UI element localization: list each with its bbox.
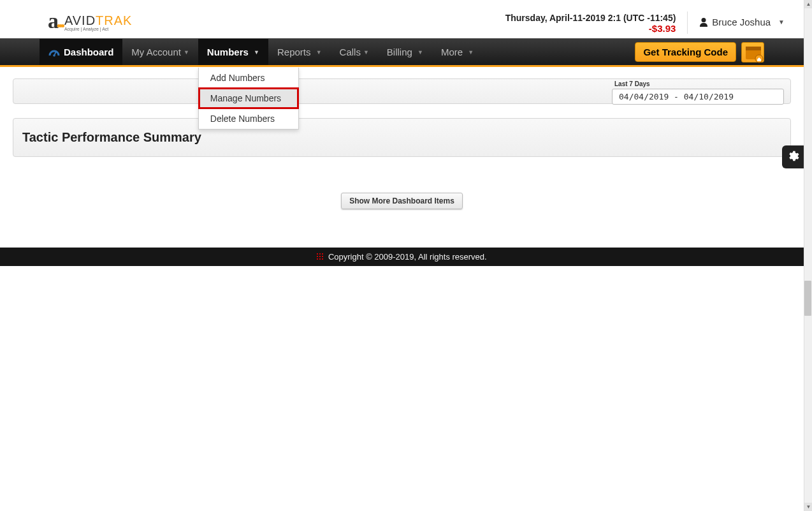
nav-reports-label: Reports <box>277 47 311 57</box>
caret-down-icon: ▼ <box>184 49 189 56</box>
nav-billing[interactable]: Billing ▼ <box>378 39 432 65</box>
header-datetime-balance: Thursday, April-11-2019 2:1 (UTC -11:45)… <box>505 11 688 34</box>
nav-calls[interactable]: Calls▼ <box>331 39 378 65</box>
logo-dots-icon: ••• <box>57 20 63 33</box>
svg-rect-12 <box>317 258 318 260</box>
user-menu[interactable]: Bruce Joshua ▼ <box>699 11 785 28</box>
content-area: Last 7 Days Tactic Performance Summary S… <box>0 67 804 248</box>
dropdown-add-numbers[interactable]: Add Numbers <box>199 68 298 88</box>
nav-my-account-label: My Account <box>131 47 181 57</box>
scroll-up-icon[interactable]: ▲ <box>804 0 812 8</box>
top-header: a ••• AVIDTRAK Acquire | Analyze | Act T… <box>0 0 804 38</box>
caret-down-icon: ▼ <box>363 49 369 56</box>
logo[interactable]: a ••• AVIDTRAK Acquire | Analyze | Act <box>48 11 132 33</box>
scroll-thumb[interactable] <box>804 281 811 316</box>
header-balance: -$3.93 <box>505 23 676 34</box>
dashboard-icon <box>48 48 60 57</box>
nav-my-account[interactable]: My Account▼ <box>122 39 198 65</box>
nav-more[interactable]: More ▼ <box>432 39 482 65</box>
nav-dashboard-label: Dashboard <box>64 47 113 57</box>
gear-icon <box>787 150 799 165</box>
logo-brand-a: AVID <box>64 13 96 27</box>
dropdown-delete-numbers[interactable]: Delete Numbers <box>199 108 298 129</box>
user-icon <box>699 17 708 29</box>
nav-reports[interactable]: Reports ▼ <box>268 39 331 65</box>
user-name: Bruce Joshua <box>712 17 771 27</box>
date-range-input[interactable] <box>612 89 784 105</box>
nav-billing-label: Billing <box>387 47 412 57</box>
caret-down-icon: ▼ <box>417 49 423 56</box>
header-datetime: Thursday, April-11-2019 2:1 (UTC -11:45) <box>505 13 676 23</box>
nav-calls-label: Calls <box>340 47 361 57</box>
footer-copyright: Copyright © 2009-2019, All rights reserv… <box>328 252 487 262</box>
svg-rect-10 <box>319 256 321 257</box>
svg-rect-9 <box>317 256 318 257</box>
caret-down-icon: ▼ <box>316 49 322 56</box>
svg-rect-8 <box>322 253 323 255</box>
svg-point-0 <box>702 18 706 22</box>
svg-rect-13 <box>319 258 321 260</box>
calendar-home-icon <box>742 43 765 63</box>
nav-more-label: More <box>441 47 463 57</box>
svg-point-2 <box>53 54 55 57</box>
scroll-down-icon[interactable]: ▼ <box>804 503 812 511</box>
get-tracking-code-button[interactable]: Get Tracking Code <box>635 42 736 62</box>
nav-numbers-label: Numbers <box>207 47 249 57</box>
logo-brand-b: TRAK <box>96 13 132 27</box>
last-7-days-label: Last 7 Days <box>614 80 650 87</box>
date-filter-panel: Last 7 Days <box>13 78 791 104</box>
settings-tab[interactable] <box>782 145 804 168</box>
svg-rect-11 <box>322 256 323 257</box>
caret-down-icon: ▼ <box>468 49 474 56</box>
tactic-performance-panel: Tactic Performance Summary <box>13 118 791 157</box>
section-title: Tactic Performance Summary <box>22 130 781 145</box>
svg-rect-6 <box>317 253 318 255</box>
caret-down-icon: ▼ <box>778 19 785 26</box>
numbers-dropdown: Add Numbers Manage Numbers Delete Number… <box>198 68 299 130</box>
nav-numbers[interactable]: Numbers ▼ Add Numbers Manage Numbers Del… <box>198 39 268 65</box>
scrollbar[interactable]: ▲ ▼ <box>804 0 812 511</box>
main-nav: Dashboard My Account▼ Numbers ▼ Add Numb… <box>0 38 804 67</box>
footer: Copyright © 2009-2019, All rights reserv… <box>0 248 804 266</box>
caret-down-icon: ▼ <box>254 49 259 56</box>
dropdown-manage-numbers[interactable]: Manage Numbers <box>199 88 298 108</box>
footer-grid-icon <box>317 252 326 262</box>
show-more-button[interactable]: Show More Dashboard Items <box>341 193 463 209</box>
home-button[interactable] <box>741 42 764 63</box>
nav-dashboard[interactable]: Dashboard <box>40 39 122 65</box>
logo-tagline: Acquire | Analyze | Act <box>64 27 133 31</box>
svg-rect-4 <box>746 47 761 50</box>
svg-rect-14 <box>322 258 323 260</box>
svg-rect-7 <box>319 253 321 255</box>
